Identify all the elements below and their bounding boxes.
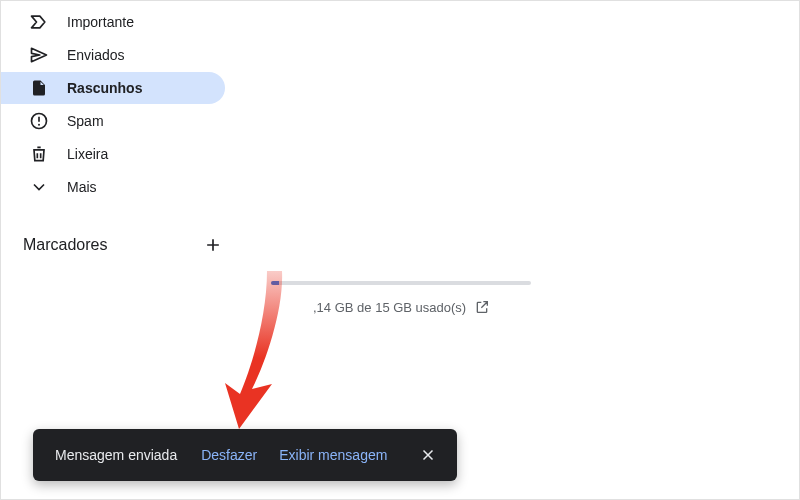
sidebar-item-label: Enviados — [67, 47, 125, 63]
toast-text: Mensagem enviada — [55, 447, 177, 463]
labels-header: Marcadores — [1, 221, 241, 261]
sidebar-item-label: Rascunhos — [67, 80, 142, 96]
sidebar-item-label: Importante — [67, 14, 134, 30]
sidebar: Importante Enviados Rascunhos Spam Lixei… — [1, 1, 241, 261]
open-in-new-icon[interactable] — [474, 299, 490, 315]
overlay-panel — [27, 291, 243, 451]
sent-icon — [29, 45, 49, 65]
sidebar-item-rascunhos[interactable]: Rascunhos — [1, 72, 225, 104]
storage-text: ,14 GB de 15 GB usado(s) — [313, 299, 490, 315]
sidebar-item-label: Lixeira — [67, 146, 108, 162]
sidebar-item-lixeira[interactable]: Lixeira — [1, 138, 225, 170]
storage-label: ,14 GB de 15 GB usado(s) — [313, 300, 466, 315]
undo-button[interactable]: Desfazer — [201, 447, 257, 463]
sidebar-item-label: Spam — [67, 113, 104, 129]
drafts-icon — [29, 78, 49, 98]
sidebar-item-mais[interactable]: Mais — [1, 171, 225, 203]
sidebar-item-label: Mais — [67, 179, 97, 195]
storage-progressbar — [271, 281, 531, 285]
sidebar-item-enviados[interactable]: Enviados — [1, 39, 225, 71]
view-message-button[interactable]: Exibir mensagem — [279, 447, 387, 463]
sidebar-item-importante[interactable]: Importante — [1, 6, 225, 38]
sidebar-item-spam[interactable]: Spam — [1, 105, 225, 137]
svg-point-2 — [38, 124, 40, 126]
add-label-button[interactable] — [203, 235, 223, 255]
chevron-down-icon — [29, 177, 49, 197]
important-icon — [29, 12, 49, 32]
labels-title: Marcadores — [23, 236, 107, 254]
close-icon[interactable] — [413, 440, 443, 470]
toast-message-sent: Mensagem enviada Desfazer Exibir mensage… — [33, 429, 457, 481]
trash-icon — [29, 144, 49, 164]
spam-icon — [29, 111, 49, 131]
